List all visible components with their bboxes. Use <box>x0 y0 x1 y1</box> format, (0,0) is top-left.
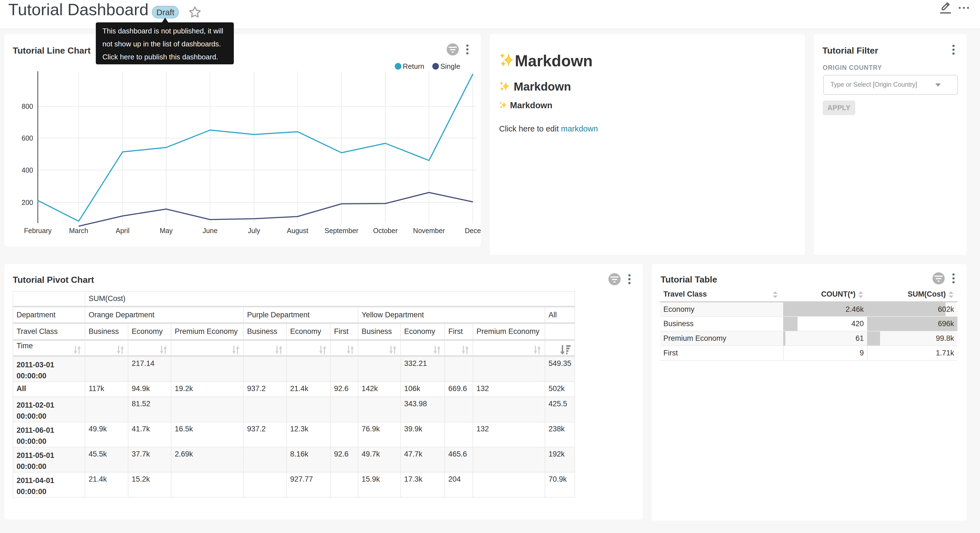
svg-text:April: April <box>116 227 129 235</box>
svg-text:Return: Return <box>403 62 424 70</box>
svg-text:600: 600 <box>22 134 33 142</box>
svg-text:400: 400 <box>22 166 33 174</box>
svg-text:September: September <box>325 227 358 235</box>
svg-text:July: July <box>248 227 260 235</box>
svg-text:March: March <box>69 227 88 235</box>
svg-text:Single: Single <box>440 62 460 70</box>
svg-text:November: November <box>413 227 445 235</box>
svg-text:February: February <box>24 227 52 235</box>
svg-text:August: August <box>287 227 309 235</box>
svg-text:800: 800 <box>22 102 33 110</box>
svg-text:200: 200 <box>22 199 33 206</box>
svg-text:June: June <box>203 227 218 235</box>
svg-text:Dece: Dece <box>465 227 481 235</box>
svg-text:May: May <box>159 227 173 235</box>
svg-text:October: October <box>373 227 398 235</box>
